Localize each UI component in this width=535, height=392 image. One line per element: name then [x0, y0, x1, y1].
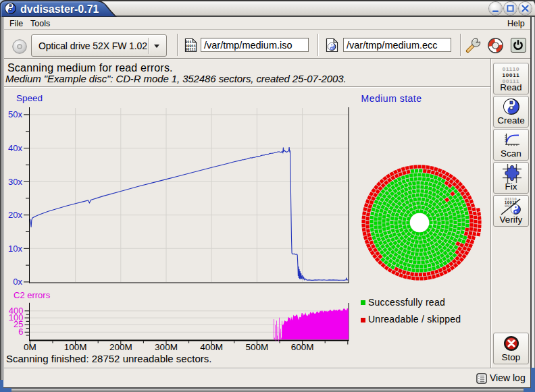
svg-text:0M: 0M	[24, 342, 36, 352]
svg-text:30x: 30x	[8, 177, 22, 187]
svg-text:500M: 500M	[246, 342, 269, 352]
svg-text:40x: 40x	[8, 143, 22, 153]
svg-text:600M: 600M	[291, 342, 314, 352]
svg-text:200M: 200M	[109, 342, 132, 352]
svg-text:100M: 100M	[64, 342, 87, 352]
svg-text:300M: 300M	[155, 342, 178, 352]
svg-text:C2 errors: C2 errors	[14, 290, 51, 300]
svg-text:400M: 400M	[200, 342, 223, 352]
svg-text:20x: 20x	[8, 210, 22, 220]
svg-text:50x: 50x	[8, 109, 22, 119]
svg-text:Scanning finished: 28752 unrea: Scanning finished: 28752 unreadable sect…	[6, 353, 211, 364]
svg-text:Speed: Speed	[16, 93, 43, 103]
svg-text:00111: 00111	[185, 48, 196, 52]
svg-text:6: 6	[18, 327, 23, 337]
svg-text:0x: 0x	[13, 277, 22, 287]
svg-text:10x: 10x	[8, 244, 22, 254]
